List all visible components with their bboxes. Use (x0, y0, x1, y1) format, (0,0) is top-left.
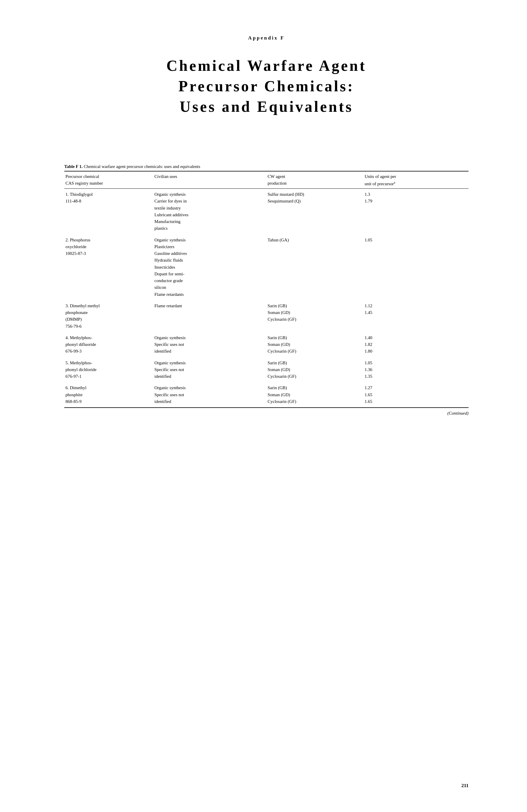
appendix-label: Appendix F (64, 35, 469, 41)
cell-civilian: Organic synthesisSpecific uses not ident… (153, 382, 266, 408)
cell-units: 1.05 (363, 234, 469, 300)
cell-precursor: 6. Dimethyl phosphite 868-85-9 (64, 382, 153, 408)
title-line3: Uses and Equivalents (180, 98, 353, 115)
table-row: 1. Thiodiglygol 111-48-8Organic synthesi… (64, 189, 469, 234)
header-civilian: Civilian uses (153, 171, 266, 189)
cell-units: 1.271.651.65 (363, 382, 469, 408)
cell-civilian: Organic synthesisSpecific uses not ident… (153, 357, 266, 382)
header-precursor: Precursor chemical CAS registry number (64, 171, 153, 189)
cell-units: 1.121.45 (363, 300, 469, 332)
cell-cw-agent: Sarin (GB)Soman (GD)Cyclosarin (GF) (266, 332, 363, 357)
title-line2: Precursor Chemicals: (179, 78, 355, 95)
cell-precursor: 4. Methylphos- phonyl difluoride 676-99-… (64, 332, 153, 357)
continued-label: (Continued) (64, 411, 469, 416)
cell-cw-agent: Tabun (GA) (266, 234, 363, 300)
cell-precursor: 5. Methylphos- phonyl dichloride 676-97-… (64, 357, 153, 382)
table-row: 6. Dimethyl phosphite 868-85-9Organic sy… (64, 382, 469, 408)
page-number: 211 (461, 783, 469, 788)
cell-precursor: 3. Dimethyl methyl phosphonate (DMMP) 75… (64, 300, 153, 332)
cell-civilian: Organic synthesisSpecific uses not ident… (153, 332, 266, 357)
table-row: 4. Methylphos- phonyl difluoride 676-99-… (64, 332, 469, 357)
table-row: 5. Methylphos- phonyl dichloride 676-97-… (64, 357, 469, 382)
table-row: 2. Phosphorus oxychloride 10025-87-3Orga… (64, 234, 469, 300)
table-caption-bold: Table F 1. (64, 164, 83, 169)
cell-cw-agent: Sarin (GB)Soman (GD)Cyclosarin (GF) (266, 300, 363, 332)
cell-units: 1.401.821.80 (363, 332, 469, 357)
cell-units: 1.31.79 (363, 189, 469, 234)
table-header-row: Precursor chemical CAS registry number C… (64, 171, 469, 189)
cell-precursor: 1. Thiodiglygol 111-48-8 (64, 189, 153, 234)
main-title: Chemical Warfare Agent Precursor Chemica… (64, 56, 469, 117)
page: Appendix F Chemical Warfare Agent Precur… (0, 0, 527, 812)
cell-civilian: Organic synthesisPlasticizersGasoline ad… (153, 234, 266, 300)
cell-civilian: Organic synthesisCarrier for dyes in tex… (153, 189, 266, 234)
header-units-superscript: a (394, 180, 395, 184)
header-cw: CW agent production (266, 171, 363, 189)
header-units: Units of agent per unit of precursora (363, 171, 469, 189)
title-line1: Chemical Warfare Agent (166, 57, 366, 74)
cell-civilian: Flame retardant (153, 300, 266, 332)
main-table: Precursor chemical CAS registry number C… (64, 171, 469, 408)
table-caption: Table F 1. Chemical warfare agent precur… (64, 164, 469, 169)
table-caption-text: Chemical warfare agent precursor chemica… (83, 164, 200, 169)
cell-units: 1.051.361.35 (363, 357, 469, 382)
cell-cw-agent: Sarin (GB)Soman (GD)Cyclosarin (GF) (266, 357, 363, 382)
cell-cw-agent: Sulfur mustard (HD)Sesquimustard (Q) (266, 189, 363, 234)
table-row: 3. Dimethyl methyl phosphonate (DMMP) 75… (64, 300, 469, 332)
cell-precursor: 2. Phosphorus oxychloride 10025-87-3 (64, 234, 153, 300)
cell-cw-agent: Sarin (GB)Soman (GD)Cyclosarin (GF) (266, 382, 363, 408)
